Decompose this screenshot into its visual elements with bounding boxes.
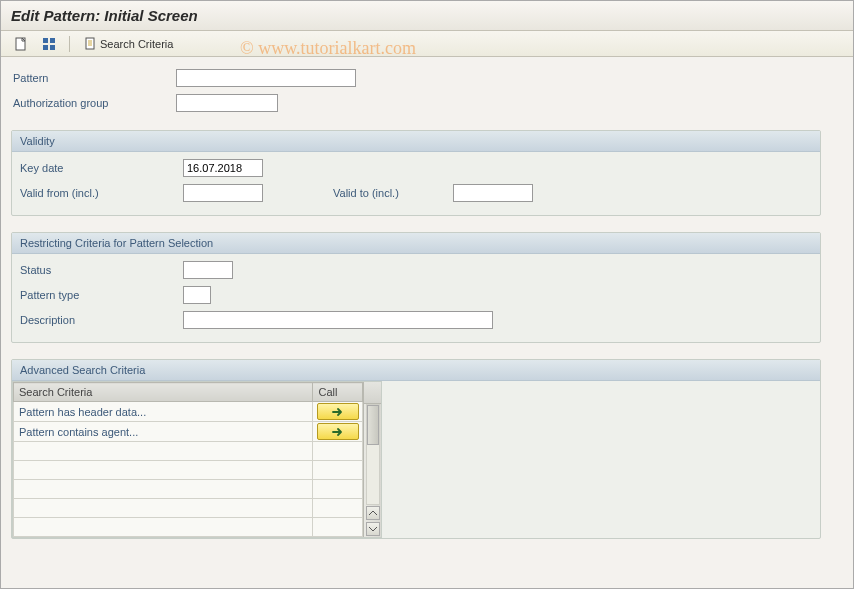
- call-button[interactable]: [317, 423, 359, 440]
- table-row[interactable]: Pattern has header data...: [14, 402, 363, 422]
- svg-rect-4: [50, 45, 55, 50]
- col-criteria-header[interactable]: Search Criteria: [14, 383, 313, 402]
- scroll-track[interactable]: [366, 404, 380, 505]
- page-title: Edit Pattern: Initial Screen: [1, 1, 853, 31]
- pattern-label: Pattern: [11, 72, 176, 84]
- grid-overview-icon: [42, 37, 56, 51]
- criteria-cell[interactable]: [14, 499, 313, 518]
- restricting-group: Restricting Criteria for Pattern Selecti…: [11, 232, 821, 343]
- scroll-thumb[interactable]: [367, 405, 379, 445]
- col-call-header[interactable]: Call: [313, 383, 363, 402]
- keydate-input[interactable]: [183, 159, 263, 177]
- validity-group: Validity Key date Valid from (incl.) Val…: [11, 130, 821, 216]
- toolbar: Search Criteria: [1, 31, 853, 57]
- call-cell: [313, 461, 363, 480]
- table-row[interactable]: [14, 442, 363, 461]
- overview-button[interactable]: [37, 34, 61, 54]
- pattern-input[interactable]: [176, 69, 356, 87]
- create-button[interactable]: [9, 34, 33, 54]
- criteria-cell[interactable]: Pattern has header data...: [14, 402, 313, 422]
- ptype-label: Pattern type: [18, 289, 183, 301]
- svg-rect-1: [43, 38, 48, 43]
- search-criteria-button[interactable]: Search Criteria: [78, 34, 178, 54]
- validfrom-label: Valid from (incl.): [18, 187, 183, 199]
- scroll-down-button[interactable]: [366, 522, 380, 536]
- validto-label: Valid to (incl.): [333, 187, 453, 199]
- advanced-table-wrap: Search Criteria Call Pattern has header …: [12, 381, 382, 538]
- criteria-cell[interactable]: [14, 480, 313, 499]
- authgroup-label: Authorization group: [11, 97, 176, 109]
- table-row[interactable]: [14, 480, 363, 499]
- keydate-label: Key date: [18, 162, 183, 174]
- desc-input[interactable]: [183, 311, 493, 329]
- svg-rect-2: [50, 38, 55, 43]
- content-area: Pattern Authorization group Validity Key…: [1, 57, 853, 549]
- advanced-group: Advanced Search Criteria Search Criteria…: [11, 359, 821, 539]
- table-row[interactable]: [14, 499, 363, 518]
- status-label: Status: [18, 264, 183, 276]
- call-cell: [313, 518, 363, 537]
- advanced-table: Search Criteria Call Pattern has header …: [13, 382, 363, 537]
- scroll-up-button[interactable]: [366, 506, 380, 520]
- chevron-down-icon: [369, 526, 377, 532]
- status-input[interactable]: [183, 261, 233, 279]
- authgroup-input[interactable]: [176, 94, 278, 112]
- table-header-corner: [364, 382, 381, 404]
- arrow-right-icon: [332, 407, 344, 417]
- call-cell: [313, 402, 363, 422]
- validfrom-input[interactable]: [183, 184, 263, 202]
- restricting-title: Restricting Criteria for Pattern Selecti…: [12, 233, 820, 254]
- validto-input[interactable]: [453, 184, 533, 202]
- validity-title: Validity: [12, 131, 820, 152]
- call-cell: [313, 499, 363, 518]
- criteria-cell[interactable]: Pattern contains agent...: [14, 422, 313, 442]
- criteria-cell[interactable]: [14, 442, 313, 461]
- new-document-icon: [14, 37, 28, 51]
- desc-label: Description: [18, 314, 183, 326]
- table-row[interactable]: [14, 518, 363, 537]
- call-cell: [313, 422, 363, 442]
- table-row[interactable]: Pattern contains agent...: [14, 422, 363, 442]
- advanced-title: Advanced Search Criteria: [12, 360, 820, 381]
- criteria-cell[interactable]: [14, 461, 313, 480]
- call-button[interactable]: [317, 403, 359, 420]
- ptype-input[interactable]: [183, 286, 211, 304]
- criteria-cell[interactable]: [14, 518, 313, 537]
- call-cell: [313, 442, 363, 461]
- search-list-icon: [83, 37, 97, 51]
- svg-rect-3: [43, 45, 48, 50]
- search-criteria-label: Search Criteria: [100, 38, 173, 50]
- toolbar-separator: [69, 36, 70, 52]
- call-cell: [313, 480, 363, 499]
- arrow-right-icon: [332, 427, 344, 437]
- chevron-up-icon: [369, 510, 377, 516]
- table-scrollbar: [363, 382, 381, 537]
- table-row[interactable]: [14, 461, 363, 480]
